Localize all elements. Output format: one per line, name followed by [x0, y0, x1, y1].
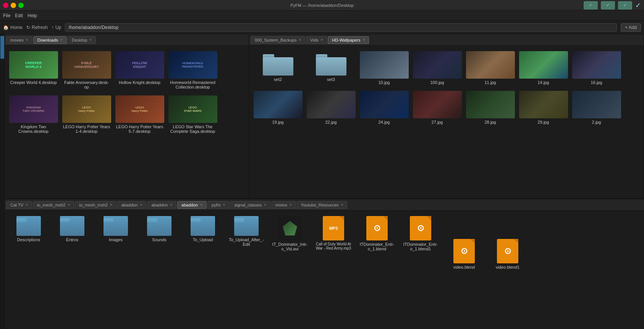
- tab-pyfm-close[interactable]: ×: [223, 203, 225, 207]
- tab-abaddon-1[interactable]: abaddon ×: [117, 201, 147, 209]
- path-input[interactable]: [65, 23, 617, 32]
- list-item[interactable]: HOMEWORLDREMASTERED Homeworld Remastered…: [167, 49, 218, 92]
- add-button[interactable]: + Add: [621, 23, 641, 32]
- list-item[interactable]: 14.jpg: [518, 49, 569, 87]
- file-thumbnail: MP3: [323, 216, 344, 240]
- tab-movies-close[interactable]: ×: [26, 38, 28, 42]
- tab-downloads[interactable]: Downloads ×: [33, 36, 67, 44]
- tab-youtube-resources-close[interactable]: ×: [341, 203, 343, 207]
- tab-abaddon-3-label: abaddon: [181, 203, 198, 207]
- check-btn-1[interactable]: ✓: [584, 1, 598, 10]
- tab-vids-close[interactable]: ×: [321, 38, 323, 42]
- list-item[interactable]: IT_Dominator_Intr-o_Vid.avi: [269, 214, 311, 272]
- up-button[interactable]: ↑ Up: [52, 25, 61, 30]
- check-btn-2[interactable]: ✓: [601, 1, 615, 10]
- file-thumbnail: [466, 51, 515, 79]
- list-item[interactable]: set3: [305, 49, 357, 87]
- file-name: ITDominator_Entr-o_1.blend: [358, 242, 396, 251]
- list-item[interactable]: ⊙ video.blend1: [487, 237, 529, 272]
- file-thumbnail: [254, 91, 303, 118]
- list-item[interactable]: 10.jpg: [358, 49, 410, 87]
- list-item[interactable]: set2: [252, 49, 304, 87]
- file-name: LEGO Harry Potter Years 5-7.desktop: [115, 124, 164, 134]
- list-item[interactable]: Images: [95, 214, 137, 272]
- list-item[interactable]: MP3 Call of Duty World At War - Red Army…: [312, 214, 354, 272]
- tab-hd-wallpapers[interactable]: HD-Wallpapers ×: [328, 36, 369, 44]
- navbar: 🏠 Home ↻ Refresh ↑ Up + Add: [0, 21, 644, 34]
- tab-signal-classes[interactable]: signal_classes ×: [230, 201, 270, 209]
- tab-pyfm[interactable]: pyfm ×: [207, 201, 230, 209]
- tab-io-mesh-1[interactable]: io_mesh_msh2 ×: [33, 201, 74, 209]
- tab-movies[interactable]: movies ×: [6, 36, 32, 44]
- file-thumbnail: [360, 51, 409, 79]
- tab-io-mesh-2[interactable]: io_mesh_msh2 ×: [75, 201, 116, 209]
- left-panel: movies × Downloads × Desktop ×: [5, 34, 249, 198]
- file-name: Homeworld Remastered Collection.desktop: [168, 80, 217, 89]
- list-item[interactable]: 100.jpg: [411, 49, 463, 87]
- tab-mixins-label: mixins: [275, 203, 287, 207]
- tab-abaddon-2-close[interactable]: ×: [170, 203, 172, 207]
- list-item[interactable]: FABLEANNIVERSARY Fable Anniversary.desk-…: [61, 49, 112, 92]
- close-button[interactable]: [3, 3, 8, 8]
- tab-io-mesh-2-close[interactable]: ×: [110, 203, 112, 207]
- list-item[interactable]: ⊙ ITDominator_Entr-o_1.blend1: [400, 214, 442, 272]
- tab-abaddon-3[interactable]: abaddon ×: [177, 201, 207, 209]
- list-item[interactable]: 29.jpg: [518, 89, 569, 127]
- tab-vids[interactable]: Vids ×: [306, 36, 327, 44]
- menu-file[interactable]: File: [3, 13, 10, 18]
- refresh-button[interactable]: ↻ Refresh: [26, 25, 48, 30]
- tab-000-close[interactable]: ×: [299, 38, 301, 42]
- list-item[interactable]: 11.jpg: [464, 49, 516, 87]
- tab-signal-classes-close[interactable]: ×: [264, 203, 266, 207]
- list-item[interactable]: CREEPERWORLD 4 Creeper World 4.desktop: [8, 49, 59, 92]
- tab-000-system-backups[interactable]: 000_System_Backups ×: [251, 36, 305, 44]
- check-btn-3[interactable]: ✓: [618, 1, 632, 10]
- list-item[interactable]: ⊙ video.blend: [443, 237, 485, 272]
- tab-io-mesh-1-close[interactable]: ×: [68, 203, 70, 207]
- folder-thumb: [16, 216, 41, 236]
- right-file-grid: set2 set3 10.jpg: [249, 46, 644, 198]
- maximize-button[interactable]: [18, 3, 24, 8]
- list-item[interactable]: Sounds: [138, 214, 180, 272]
- list-item[interactable]: 22.jpg: [305, 89, 357, 127]
- left-sidebar: [0, 34, 5, 329]
- tab-downloads-close[interactable]: ×: [60, 38, 63, 42]
- file-thumbnail: [360, 91, 409, 118]
- list-item[interactable]: KINGDOMTWO CROWNS Kingdom Two Crowns.des…: [8, 93, 59, 136]
- file-thumbnail: [519, 51, 568, 79]
- list-item[interactable]: 27.jpg: [411, 89, 463, 127]
- tab-abaddon-1-close[interactable]: ×: [140, 203, 142, 207]
- list-item[interactable]: HOLLOWKNIGHT Hollow Knight.desktop: [114, 49, 165, 92]
- tab-mixins[interactable]: mixins ×: [271, 201, 296, 209]
- home-icon: 🏠: [3, 25, 9, 30]
- minimize-button[interactable]: [11, 3, 16, 8]
- list-item[interactable]: 24.jpg: [358, 89, 410, 127]
- check-btn-single[interactable]: ✓: [635, 1, 641, 10]
- list-item[interactable]: Descriptions: [8, 214, 50, 272]
- list-item[interactable]: To_Upload: [182, 214, 224, 272]
- tab-abaddon-3-close[interactable]: ×: [200, 203, 202, 207]
- list-item[interactable]: LEGOHarry Potter LEGO Harry Potter Years…: [61, 93, 112, 136]
- list-item[interactable]: 2.jpg: [571, 89, 622, 127]
- tab-desktop-close[interactable]: ×: [89, 38, 92, 42]
- list-item[interactable]: Entros: [51, 214, 93, 272]
- tab-youtube-resources[interactable]: Youtube_Resources ×: [297, 201, 348, 209]
- tab-hd-close[interactable]: ×: [363, 38, 365, 42]
- tab-cat-tv-close[interactable]: ×: [26, 203, 28, 207]
- list-item[interactable]: 28.jpg: [464, 89, 516, 127]
- menu-help[interactable]: Help: [28, 13, 37, 18]
- tab-desktop[interactable]: Desktop ×: [68, 36, 96, 44]
- file-thumbnail: [278, 216, 302, 240]
- list-item[interactable]: LEGOSTAR WARS LEGO Star Wars The Complet…: [167, 93, 218, 136]
- list-item[interactable]: 16.jpg: [571, 49, 622, 87]
- list-item[interactable]: ⊙ ITDominator_Entr-o_1.blend: [356, 214, 398, 272]
- top-panels: movies × Downloads × Desktop ×: [5, 34, 644, 198]
- list-item[interactable]: 19.jpg: [252, 89, 304, 127]
- tab-cat-tv[interactable]: Cat TV ×: [6, 201, 32, 209]
- menu-edit[interactable]: Edit: [15, 13, 23, 18]
- list-item[interactable]: To_Upload_After_-Edit: [225, 214, 267, 272]
- tab-mixins-close[interactable]: ×: [290, 203, 292, 207]
- tab-abaddon-2[interactable]: abaddon ×: [147, 201, 176, 209]
- home-button[interactable]: 🏠 Home: [3, 25, 23, 30]
- list-item[interactable]: LEGOHarry Potter LEGO Harry Potter Years…: [114, 93, 165, 136]
